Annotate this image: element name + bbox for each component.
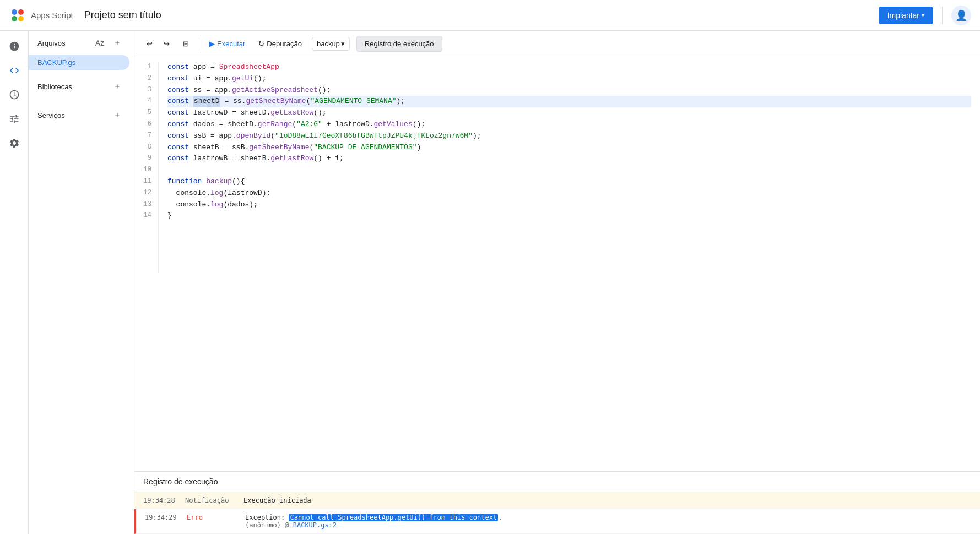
- apps-script-label: Apps Script: [31, 10, 73, 20]
- add-file-button[interactable]: ＋: [110, 35, 125, 51]
- line-numbers: 1 2 3 4 5 6 7 8 9 10 11 12 13 14: [134, 62, 159, 273]
- google-logo-icon: [9, 7, 26, 24]
- info-icon: [9, 41, 20, 52]
- files-label: Arquivos: [37, 39, 66, 47]
- run-icon: ▶: [209, 40, 215, 48]
- code-editor-container[interactable]: 1 2 3 4 5 6 7 8 9 10 11 12 13 14 const a…: [134, 57, 980, 471]
- exec-log-title: Registro de execução: [134, 472, 980, 492]
- undo-redo-group: ↩ ↪: [141, 36, 175, 51]
- log-anon: (anônimo) @: [245, 521, 293, 529]
- user-add-button[interactable]: 👤: [951, 6, 971, 25]
- code-line-11: function backup(){: [167, 176, 971, 188]
- sort-files-button[interactable]: Az: [92, 35, 107, 51]
- code-icon: [9, 65, 20, 76]
- code-line-14: }: [167, 210, 971, 222]
- topbar-divider: [942, 7, 943, 24]
- toolbar-divider-1: [199, 37, 199, 51]
- exec-log-label: Registro de execução: [365, 40, 434, 48]
- file-name: BACKUP.gs: [37, 58, 75, 67]
- editor-toolbar: ↩ ↪ ⊞ ▶ Executar ↻ Depuração backup ▾: [134, 31, 980, 57]
- exec-log-button[interactable]: Registro de execução: [356, 36, 442, 52]
- code-line-10: [167, 165, 971, 176]
- files-actions: Az ＋: [92, 35, 125, 51]
- code-line-7: const ssB = app.openById("1oD88wE1l7GeoX…: [167, 130, 971, 142]
- log-row-1: 19:34:29 Erro Exception: Cannot call Spr…: [134, 509, 980, 534]
- services-section-header: Serviços ＋: [29, 103, 134, 127]
- add-svc-icon: ＋: [113, 110, 121, 120]
- svg-point-1: [18, 9, 24, 15]
- log-row-0: 19:34:28 Notificação Execução iniciada: [134, 492, 980, 509]
- log-msg-sub: (anônimo) @ BACKUP.gs:2: [245, 521, 971, 529]
- code-lines: const app = SpreadsheetApp const ui = ap…: [159, 62, 980, 273]
- services-label: Serviços: [37, 111, 65, 119]
- undo-button[interactable]: ↩: [141, 36, 158, 51]
- code-line-8: const sheetB = ssB.getSheetByName("BACKU…: [167, 142, 971, 154]
- redo-icon: ↪: [164, 40, 170, 48]
- log-highlight-text: Cannot call SpreadsheetApp.getUi() from …: [289, 514, 498, 521]
- code-area: ↩ ↪ ⊞ ▶ Executar ↻ Depuração backup ▾: [134, 31, 980, 534]
- user-add-icon: 👤: [955, 9, 967, 21]
- add-icon: ＋: [113, 38, 121, 48]
- file-panel: Arquivos Az ＋ BACKUP.gs Bibliotecas ＋: [29, 31, 134, 534]
- code-line-12: console.log(lastrowD);: [167, 188, 971, 199]
- func-name: backup: [317, 40, 340, 48]
- nav-triggers-button[interactable]: [3, 84, 25, 106]
- debug-label: Depuração: [267, 40, 302, 48]
- log-time-0: 19:34:28: [143, 497, 176, 504]
- code-line-13: console.log(dados);: [167, 199, 971, 211]
- save-button[interactable]: ⊞: [177, 36, 194, 51]
- logo-area: Apps Script: [9, 7, 73, 24]
- log-link[interactable]: BACKUP.gs:2: [293, 521, 337, 529]
- nav-editor-button[interactable]: [3, 108, 25, 130]
- add-library-button[interactable]: ＋: [110, 79, 125, 94]
- add-service-button[interactable]: ＋: [110, 107, 125, 123]
- libraries-label: Bibliotecas: [37, 83, 72, 91]
- nav-settings-button[interactable]: [3, 132, 25, 154]
- code-line-9: const lastrowB = sheetB.getLastRow() + 1…: [167, 153, 971, 165]
- deploy-chevron-icon: ▾: [922, 12, 924, 18]
- code-line-4: const sheetD = ss.getSheetByName("AGENDA…: [167, 96, 971, 107]
- files-section-header: Arquivos Az ＋: [29, 31, 134, 55]
- svg-point-3: [18, 16, 24, 21]
- svg-point-0: [12, 9, 17, 15]
- tune-icon: [9, 113, 20, 124]
- nav-info-button[interactable]: [3, 35, 25, 57]
- code-line-1: const app = SpreadsheetApp: [167, 62, 971, 73]
- debug-button[interactable]: ↻ Depuração: [253, 36, 307, 51]
- run-button[interactable]: ▶ Executar: [204, 36, 251, 51]
- log-msg-1: Exception: Cannot call SpreadsheetApp.ge…: [245, 514, 971, 529]
- file-item-backup[interactable]: BACKUP.gs: [29, 55, 129, 70]
- log-time-1: 19:34:29: [145, 514, 178, 521]
- add-lib-icon: ＋: [113, 81, 121, 91]
- project-title[interactable]: Projeto sem título: [84, 9, 161, 21]
- svg-point-2: [12, 16, 17, 21]
- exec-log-panel: Registro de execução 19:34:28 Notificaçã…: [134, 471, 980, 534]
- sort-icon: Az: [95, 39, 104, 47]
- func-chevron-icon: ▾: [341, 40, 345, 48]
- function-selector[interactable]: backup ▾: [312, 37, 350, 51]
- libraries-section: Bibliotecas ＋: [29, 74, 134, 99]
- clock-icon: [9, 89, 20, 100]
- exception-period: .: [498, 514, 502, 521]
- code-line-5: const lastrowD = sheetD.getLastRow();: [167, 107, 971, 119]
- run-label: Executar: [217, 40, 245, 48]
- deploy-label: Implantar: [887, 11, 919, 20]
- log-msg-main: Exception: Cannot call SpreadsheetApp.ge…: [245, 514, 971, 521]
- undo-icon: ↩: [147, 40, 153, 48]
- save-icon: ⊞: [183, 40, 189, 48]
- files-section: Arquivos Az ＋ BACKUP.gs: [29, 31, 134, 70]
- libraries-section-header: Bibliotecas ＋: [29, 74, 134, 99]
- code-line-2: const ui = app.getUi();: [167, 73, 971, 85]
- log-level-0: Notificação: [185, 497, 235, 504]
- services-section: Serviços ＋: [29, 103, 134, 127]
- exception-prefix: Exception:: [245, 514, 289, 521]
- code-editor: 1 2 3 4 5 6 7 8 9 10 11 12 13 14 const a…: [134, 57, 980, 277]
- nav-code-button[interactable]: [3, 59, 25, 81]
- settings-icon: [9, 138, 20, 149]
- log-level-1: Erro: [187, 514, 236, 521]
- log-msg-0: Execução iniciada: [243, 497, 971, 504]
- redo-button[interactable]: ↪: [158, 36, 175, 51]
- deploy-button[interactable]: Implantar ▾: [879, 7, 933, 24]
- code-line-3: const ss = app.getActiveSpreadsheet();: [167, 85, 971, 96]
- main-layout: Arquivos Az ＋ BACKUP.gs Bibliotecas ＋: [0, 31, 980, 534]
